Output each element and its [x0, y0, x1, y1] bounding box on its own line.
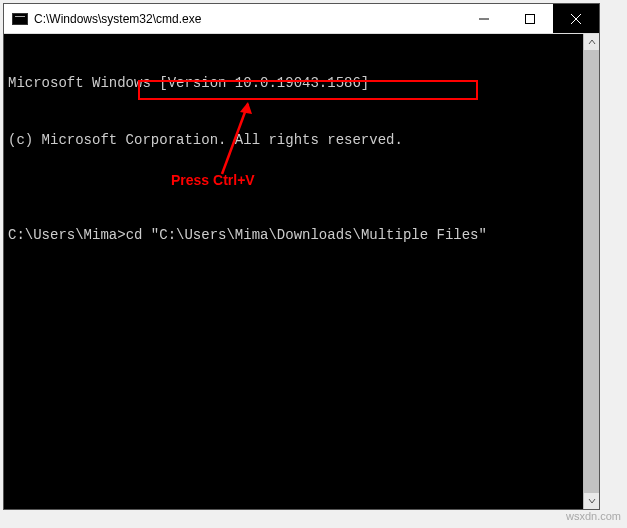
scroll-down-button[interactable]	[584, 493, 599, 509]
window-controls	[461, 4, 599, 33]
cmd-app-icon	[12, 13, 28, 25]
minimize-button[interactable]	[461, 4, 507, 33]
chevron-down-icon	[588, 497, 596, 505]
terminal-line: (c) Microsoft Corporation. All rights re…	[8, 131, 595, 150]
watermark: wsxdn.com	[566, 510, 621, 522]
command-arg: "C:\Users\Mima\Downloads\Multiple Files"	[151, 227, 487, 243]
terminal-line: Microsoft Windows [Version 10.0.19043.15…	[8, 74, 595, 93]
terminal-prompt-line: C:\Users\Mima>cd "C:\Users\Mima\Download…	[8, 226, 595, 245]
svg-rect-1	[526, 14, 535, 23]
minimize-icon	[479, 14, 489, 24]
cmd-window: C:\Windows\system32\cmd.exe Microsoft Wi…	[3, 3, 600, 510]
scrollbar-thumb[interactable]	[584, 50, 599, 493]
close-icon	[571, 14, 581, 24]
window-title: C:\Windows\system32\cmd.exe	[34, 12, 461, 26]
maximize-icon	[525, 14, 535, 24]
terminal-body[interactable]: Microsoft Windows [Version 10.0.19043.15…	[4, 34, 599, 509]
titlebar: C:\Windows\system32\cmd.exe	[4, 4, 599, 34]
close-button[interactable]	[553, 4, 599, 33]
prompt: C:\Users\Mima>	[8, 227, 126, 243]
vertical-scrollbar[interactable]	[583, 34, 599, 509]
maximize-button[interactable]	[507, 4, 553, 33]
scroll-up-button[interactable]	[584, 34, 599, 50]
chevron-up-icon	[588, 38, 596, 46]
command: cd	[126, 227, 143, 243]
